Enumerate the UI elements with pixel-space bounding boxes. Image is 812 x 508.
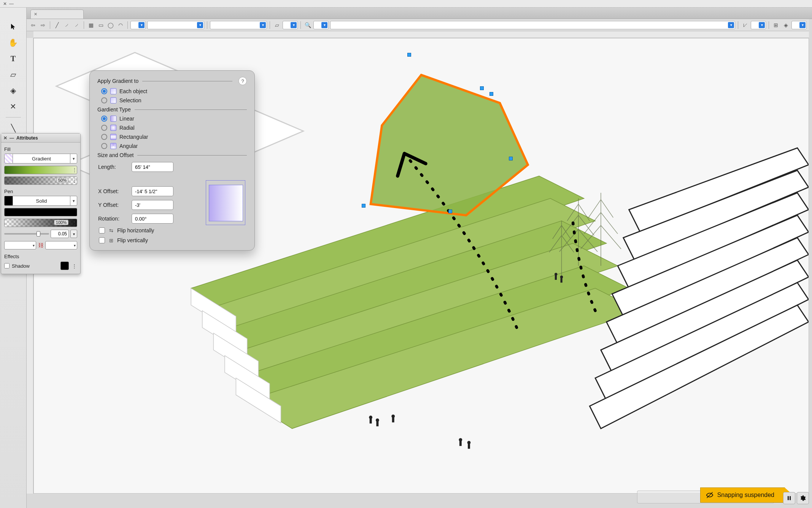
more-icon[interactable]: ⋮ [71, 263, 77, 269]
page-dropdown[interactable]: ▾ [283, 21, 298, 29]
search-icon[interactable]: 🔍 [304, 21, 312, 29]
flip-horizontal-icon: ⇆ [108, 227, 114, 233]
shadow-label: Shadow [12, 263, 30, 269]
rect-tool-icon[interactable]: ▭ [97, 21, 105, 29]
chevron-down-icon: ▾ [197, 22, 203, 28]
help-icon[interactable]: ? [238, 77, 247, 85]
settings-button[interactable] [797, 492, 809, 504]
rotation-input[interactable] [132, 214, 173, 224]
yoffset-input[interactable] [132, 200, 173, 210]
lasso-tool-icon[interactable]: ◠ [116, 21, 125, 29]
chevron-down-icon[interactable]: ▾ [70, 230, 77, 238]
attributes-titlebar[interactable]: ✕ — Attributes [1, 133, 80, 143]
delete-tool-icon[interactable]: ✕ [8, 101, 19, 112]
attributes-palette[interactable]: ✕ — Attributes Fill Gradient ▾ ⋮ 50% ⋮ P… [1, 133, 81, 274]
selection-tool-icon[interactable] [8, 21, 19, 32]
apply-each-row[interactable]: Each object [101, 88, 247, 94]
grid-icon[interactable]: ⊞ [772, 21, 780, 29]
angle-tool-icon[interactable]: ⩗ [741, 21, 749, 29]
apply-selection-row[interactable]: Selection [101, 97, 247, 103]
layer-dropdown[interactable]: ▾ [210, 21, 267, 29]
type-linear-row[interactable]: Linear [101, 116, 247, 122]
page-icon[interactable]: ▱ [273, 21, 281, 29]
nav-fwd-icon[interactable]: ⇨ [39, 21, 47, 29]
svg-rect-30 [392, 418, 394, 422]
line-draw-icon[interactable]: ╲ [8, 123, 19, 133]
length-input[interactable] [132, 162, 173, 172]
layers-icon[interactable]: ◈ [782, 21, 790, 29]
search-field[interactable]: ▾ [330, 21, 735, 29]
xoffset-label: X Offset: [98, 188, 128, 194]
more-icon[interactable]: ⋮ [72, 178, 78, 184]
style-dropdown-1[interactable]: ▾ [130, 21, 146, 29]
apply-heading: Apply Gradient to ? [97, 77, 247, 85]
selection-handle[interactable] [480, 86, 484, 90]
linear-icon [110, 116, 116, 122]
palette-minimize-icon[interactable]: — [10, 135, 14, 141]
window-titlebar: ✕ — [0, 0, 812, 8]
flip-v-row[interactable]: ⊞ Flip vertically [99, 237, 247, 243]
tab-close-icon[interactable]: ✕ [34, 12, 37, 17]
style-dropdown-2[interactable]: ▾ [147, 21, 204, 29]
selection-handle[interactable] [509, 157, 513, 160]
line-alt-icon[interactable]: ⟋ [63, 21, 71, 29]
type-radial-row[interactable]: Radial [101, 125, 247, 131]
view-dropdown[interactable]: ▾ [791, 21, 807, 29]
checkbox-icon [99, 227, 105, 233]
apply-each-label: Each object [119, 88, 147, 94]
pan-tool-icon[interactable]: ✋ [8, 37, 19, 48]
pen-weight-slider[interactable] [4, 233, 49, 235]
pen-color-bar[interactable] [4, 208, 77, 216]
selection-handle[interactable] [489, 92, 493, 96]
type-rect-row[interactable]: Rectangular [101, 134, 247, 140]
angle-dropdown[interactable]: ▾ [751, 21, 766, 29]
nav-back-icon[interactable]: ⇦ [29, 21, 37, 29]
pen-mode-combo[interactable]: Solid ▾ [4, 196, 77, 206]
fill-swatch-icon[interactable]: ▦ [87, 21, 95, 29]
link-icon[interactable]: ⛓ [38, 242, 44, 248]
document-tab-bar: ✕ [27, 8, 812, 19]
window-close-icon[interactable]: ✕ [3, 1, 7, 6]
fill-gradient-bar[interactable]: ⋮ [4, 166, 77, 174]
apply-selection-label: Selection [119, 97, 141, 103]
line-tool-icon[interactable]: ╱ [53, 21, 61, 29]
more-icon[interactable]: ⋮ [72, 220, 78, 226]
selection-handle[interactable] [407, 53, 411, 57]
line-end-style[interactable] [45, 241, 77, 249]
shape-tool-icon[interactable]: ▱ [8, 69, 19, 80]
document-tab[interactable]: ✕ [30, 10, 84, 19]
pen-opacity-bar[interactable]: 100% ⋮ [4, 219, 77, 227]
search-scope-dropdown[interactable]: ▾ [313, 21, 329, 29]
fill-opacity-bar[interactable]: 50% ⋮ [4, 176, 77, 185]
fill-swatch-icon [5, 154, 13, 163]
chevron-down-icon: ▾ [70, 196, 77, 205]
ellipse-tool-icon[interactable]: ◯ [106, 21, 115, 29]
shadow-color-swatch[interactable] [60, 262, 69, 270]
pen-section-label: Pen [4, 189, 77, 194]
shadow-checkbox[interactable] [4, 263, 10, 268]
stack-tool-icon[interactable]: ◈ [8, 85, 19, 96]
svg-rect-26 [370, 418, 372, 423]
radial-icon [110, 125, 116, 131]
xoffset-input[interactable] [132, 186, 173, 196]
radio-off-icon [101, 143, 107, 149]
window-minimize-icon[interactable]: — [9, 1, 14, 6]
more-icon[interactable]: ⋮ [72, 167, 78, 173]
size-heading: Size and Offset [97, 152, 247, 158]
line-start-style[interactable] [4, 241, 36, 249]
selection-handle[interactable] [448, 210, 452, 213]
line-alt2-icon[interactable]: ⟋ [73, 21, 81, 29]
radio-off-icon [101, 125, 107, 131]
pen-mode-value: Solid [13, 198, 70, 204]
fill-mode-combo[interactable]: Gradient ▾ [4, 154, 77, 164]
selection-handle[interactable] [362, 204, 365, 208]
text-tool-icon[interactable]: T [8, 53, 19, 64]
flip-vertical-icon: ⊞ [108, 237, 114, 243]
radio-off-icon [101, 97, 107, 103]
pen-weight-input[interactable] [51, 230, 69, 238]
pause-button[interactable] [783, 492, 795, 504]
type-angular-row[interactable]: Angular [101, 143, 247, 149]
flip-h-row[interactable]: ⇆ Flip horizontally [99, 227, 247, 233]
palette-close-icon[interactable]: ✕ [3, 135, 7, 141]
gradient-popover[interactable]: Apply Gradient to ? Each object Selectio… [89, 70, 255, 251]
